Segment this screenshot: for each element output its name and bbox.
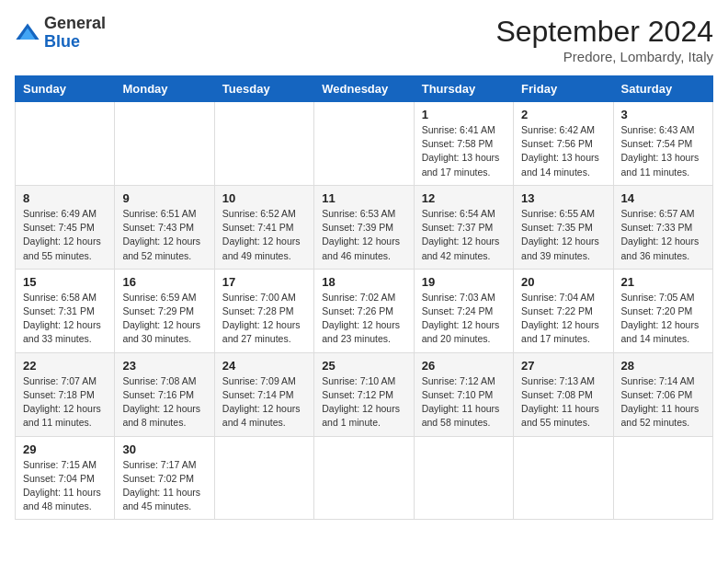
day-number: 28 bbox=[621, 359, 705, 373]
day-info: Sunrise: 7:07 AMSunset: 7:18 PMDaylight:… bbox=[23, 374, 107, 431]
day-info: Sunrise: 7:08 AMSunset: 7:16 PMDaylight:… bbox=[122, 374, 206, 431]
day-number: 1 bbox=[422, 108, 506, 121]
calendar-cell: 24Sunrise: 7:09 AMSunset: 7:14 PMDayligh… bbox=[214, 352, 313, 436]
month-title: September 2024 bbox=[495, 15, 713, 49]
calendar-cell bbox=[16, 102, 115, 186]
day-number: 19 bbox=[422, 275, 506, 289]
calendar-cell bbox=[314, 102, 414, 186]
day-info: Sunrise: 7:09 AMSunset: 7:14 PMDaylight:… bbox=[222, 374, 306, 431]
day-number: 14 bbox=[621, 191, 705, 205]
calendar-cell: 12Sunrise: 6:54 AMSunset: 7:37 PMDayligh… bbox=[414, 185, 513, 269]
calendar-cell: 8Sunrise: 6:49 AMSunset: 7:45 PMDaylight… bbox=[16, 185, 115, 269]
calendar-cell: 27Sunrise: 7:13 AMSunset: 7:08 PMDayligh… bbox=[514, 352, 613, 436]
calendar-cell: 3Sunrise: 6:43 AMSunset: 7:54 PMDaylight… bbox=[613, 102, 712, 186]
location-subtitle: Predore, Lombardy, Italy bbox=[495, 49, 713, 64]
calendar-cell bbox=[214, 436, 313, 520]
weekday-header: Tuesday bbox=[214, 76, 313, 102]
calendar-cell bbox=[414, 436, 513, 520]
day-info: Sunrise: 7:05 AMSunset: 7:20 PMDaylight:… bbox=[621, 291, 705, 347]
day-number: 23 bbox=[122, 359, 206, 373]
day-number: 27 bbox=[521, 359, 605, 373]
calendar-week-row: 8Sunrise: 6:49 AMSunset: 7:45 PMDaylight… bbox=[16, 185, 713, 269]
day-info: Sunrise: 6:53 AMSunset: 7:39 PMDaylight:… bbox=[322, 207, 405, 263]
day-info: Sunrise: 7:13 AMSunset: 7:08 PMDaylight:… bbox=[521, 374, 605, 431]
logo-blue: Blue bbox=[44, 32, 80, 51]
calendar-week-row: 29Sunrise: 7:15 AMSunset: 7:04 PMDayligh… bbox=[16, 436, 713, 520]
day-info: Sunrise: 7:14 AMSunset: 7:06 PMDaylight:… bbox=[621, 374, 705, 431]
day-info: Sunrise: 7:10 AMSunset: 7:12 PMDaylight:… bbox=[322, 374, 405, 431]
day-info: Sunrise: 6:43 AMSunset: 7:54 PMDaylight:… bbox=[621, 123, 705, 179]
calendar-cell: 26Sunrise: 7:12 AMSunset: 7:10 PMDayligh… bbox=[414, 352, 513, 436]
calendar-cell: 10Sunrise: 6:52 AMSunset: 7:41 PMDayligh… bbox=[214, 185, 313, 269]
calendar-cell: 2Sunrise: 6:42 AMSunset: 7:56 PMDaylight… bbox=[514, 102, 613, 186]
day-number: 24 bbox=[222, 359, 306, 373]
weekday-header: Saturday bbox=[613, 76, 712, 102]
calendar-cell: 17Sunrise: 7:00 AMSunset: 7:28 PMDayligh… bbox=[214, 269, 313, 352]
day-info: Sunrise: 6:51 AMSunset: 7:43 PMDaylight:… bbox=[122, 207, 206, 263]
calendar-cell: 16Sunrise: 6:59 AMSunset: 7:29 PMDayligh… bbox=[115, 269, 214, 352]
calendar-cell: 20Sunrise: 7:04 AMSunset: 7:22 PMDayligh… bbox=[514, 269, 613, 352]
calendar-cell: 9Sunrise: 6:51 AMSunset: 7:43 PMDaylight… bbox=[115, 185, 214, 269]
weekday-header: Friday bbox=[514, 76, 613, 102]
day-info: Sunrise: 6:59 AMSunset: 7:29 PMDaylight:… bbox=[122, 291, 206, 347]
calendar-cell: 18Sunrise: 7:02 AMSunset: 7:26 PMDayligh… bbox=[314, 269, 414, 352]
calendar-cell bbox=[514, 436, 613, 520]
day-number: 9 bbox=[122, 191, 206, 205]
day-number: 16 bbox=[122, 275, 206, 289]
day-number: 8 bbox=[23, 191, 107, 205]
calendar-cell: 25Sunrise: 7:10 AMSunset: 7:12 PMDayligh… bbox=[314, 352, 414, 436]
calendar-cell: 28Sunrise: 7:14 AMSunset: 7:06 PMDayligh… bbox=[613, 352, 712, 436]
day-info: Sunrise: 6:41 AMSunset: 7:58 PMDaylight:… bbox=[422, 123, 506, 179]
day-number: 10 bbox=[222, 191, 306, 205]
calendar-table: SundayMondayTuesdayWednesdayThursdayFrid… bbox=[15, 75, 713, 520]
day-number: 29 bbox=[23, 442, 107, 456]
calendar-cell bbox=[613, 436, 712, 520]
title-block: September 2024 Predore, Lombardy, Italy bbox=[495, 15, 713, 64]
calendar-cell: 29Sunrise: 7:15 AMSunset: 7:04 PMDayligh… bbox=[16, 436, 115, 520]
calendar-cell bbox=[115, 102, 214, 186]
calendar-cell: 14Sunrise: 6:57 AMSunset: 7:33 PMDayligh… bbox=[613, 185, 712, 269]
day-number: 13 bbox=[521, 191, 605, 205]
weekday-header: Sunday bbox=[16, 76, 115, 102]
day-number: 15 bbox=[23, 275, 107, 289]
day-info: Sunrise: 6:52 AMSunset: 7:41 PMDaylight:… bbox=[222, 207, 306, 263]
day-info: Sunrise: 7:12 AMSunset: 7:10 PMDaylight:… bbox=[422, 374, 506, 431]
day-info: Sunrise: 6:54 AMSunset: 7:37 PMDaylight:… bbox=[422, 207, 506, 263]
day-number: 3 bbox=[621, 108, 705, 121]
calendar-cell: 13Sunrise: 6:55 AMSunset: 7:35 PMDayligh… bbox=[514, 185, 613, 269]
weekday-header-row: SundayMondayTuesdayWednesdayThursdayFrid… bbox=[16, 76, 713, 102]
day-info: Sunrise: 6:42 AMSunset: 7:56 PMDaylight:… bbox=[521, 123, 605, 179]
day-number: 20 bbox=[521, 275, 605, 289]
calendar-cell: 1Sunrise: 6:41 AMSunset: 7:58 PMDaylight… bbox=[414, 102, 513, 186]
calendar-cell: 30Sunrise: 7:17 AMSunset: 7:02 PMDayligh… bbox=[115, 436, 214, 520]
calendar-week-row: 1Sunrise: 6:41 AMSunset: 7:58 PMDaylight… bbox=[16, 102, 713, 186]
day-number: 12 bbox=[422, 191, 506, 205]
calendar-cell: 21Sunrise: 7:05 AMSunset: 7:20 PMDayligh… bbox=[613, 269, 712, 352]
day-number: 25 bbox=[322, 359, 405, 373]
logo-icon bbox=[15, 20, 40, 46]
day-info: Sunrise: 7:03 AMSunset: 7:24 PMDaylight:… bbox=[422, 291, 506, 347]
day-number: 22 bbox=[23, 359, 107, 373]
logo-general: General bbox=[44, 14, 106, 32]
day-info: Sunrise: 6:58 AMSunset: 7:31 PMDaylight:… bbox=[23, 291, 107, 347]
day-info: Sunrise: 6:55 AMSunset: 7:35 PMDaylight:… bbox=[521, 207, 605, 263]
day-number: 2 bbox=[521, 108, 605, 121]
calendar-week-row: 15Sunrise: 6:58 AMSunset: 7:31 PMDayligh… bbox=[16, 269, 713, 352]
calendar-cell bbox=[214, 102, 313, 186]
weekday-header: Thursday bbox=[414, 76, 513, 102]
calendar-cell: 22Sunrise: 7:07 AMSunset: 7:18 PMDayligh… bbox=[16, 352, 115, 436]
weekday-header: Wednesday bbox=[314, 76, 414, 102]
logo-text: General Blue bbox=[44, 15, 106, 52]
calendar-cell: 11Sunrise: 6:53 AMSunset: 7:39 PMDayligh… bbox=[314, 185, 414, 269]
day-number: 11 bbox=[322, 191, 405, 205]
day-info: Sunrise: 7:02 AMSunset: 7:26 PMDaylight:… bbox=[322, 291, 405, 347]
weekday-header: Monday bbox=[115, 76, 214, 102]
day-info: Sunrise: 6:57 AMSunset: 7:33 PMDaylight:… bbox=[621, 207, 705, 263]
day-number: 30 bbox=[122, 442, 206, 456]
calendar-week-row: 22Sunrise: 7:07 AMSunset: 7:18 PMDayligh… bbox=[16, 352, 713, 436]
day-number: 17 bbox=[222, 275, 306, 289]
day-info: Sunrise: 7:15 AMSunset: 7:04 PMDaylight:… bbox=[23, 458, 107, 514]
day-info: Sunrise: 6:49 AMSunset: 7:45 PMDaylight:… bbox=[23, 207, 107, 263]
day-info: Sunrise: 7:17 AMSunset: 7:02 PMDaylight:… bbox=[122, 458, 206, 514]
day-info: Sunrise: 7:04 AMSunset: 7:22 PMDaylight:… bbox=[521, 291, 605, 347]
